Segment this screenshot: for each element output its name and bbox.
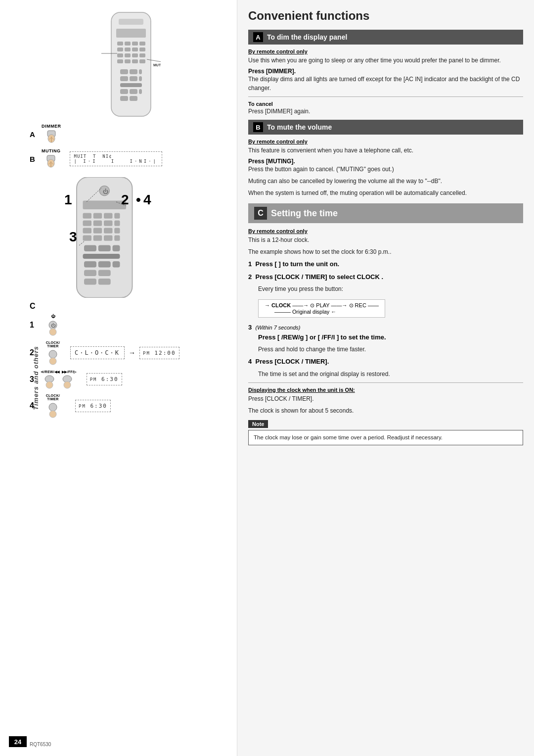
divider-a: [248, 96, 523, 97]
svg-rect-23: [120, 69, 128, 74]
section-b: B To mute the volume By remote control o…: [248, 120, 523, 197]
section-a-header: A To dim the display panel: [248, 30, 523, 45]
svg-rect-4: [125, 42, 131, 46]
model-number: RQT6530: [30, 742, 51, 747]
section-ab-area: A DIMMER B MUTING: [30, 124, 232, 169]
section-a-letter: A: [253, 32, 263, 42]
remote-top-area: DIMMER MUTING: [30, 10, 232, 119]
main-title: Convenient functions: [248, 9, 523, 23]
svg-text:MUTING: MUTING: [153, 63, 161, 67]
step1-instruction: 1 Press [ ] to turn the unit on.: [248, 259, 523, 269]
display-on-text1: Press [CLOCK / TIMER].: [248, 394, 523, 403]
svg-rect-58: [93, 228, 102, 234]
annotation-2: 2: [121, 192, 129, 208]
svg-point-83: [49, 358, 56, 365]
section-a-title: To dim the display panel: [267, 33, 347, 41]
svg-point-88: [49, 403, 57, 411]
svg-rect-69: [84, 261, 96, 268]
svg-rect-52: [114, 213, 120, 219]
step-4-row: 4 CLOCK/TIMER PM 6:30: [30, 394, 232, 418]
step-1-num: 1: [30, 321, 41, 330]
svg-rect-10: [139, 47, 145, 51]
step-3-row: 3 ⊲/REW/◀◀ ▶▶/FF/▷ PM 6:30: [30, 370, 232, 389]
muting-button-icon: MUTING: [42, 148, 61, 169]
svg-rect-68: [83, 254, 120, 259]
svg-rect-51: [104, 213, 113, 219]
step-4-icon: CLOCK/TIMER: [41, 394, 65, 418]
svg-rect-11: [117, 53, 123, 57]
annotation-1: 1: [64, 192, 72, 208]
svg-rect-32: [139, 89, 142, 94]
section-b-letter: B: [253, 122, 263, 132]
pm1200-display: PM 12:00: [139, 347, 179, 359]
right-panel: Convenient functions A To dim the displa…: [237, 0, 534, 756]
svg-rect-72: [84, 270, 96, 277]
svg-rect-62: [93, 236, 102, 241]
svg-point-87: [64, 381, 71, 388]
svg-rect-55: [104, 221, 113, 226]
svg-rect-25: [139, 69, 142, 74]
svg-text:⏻: ⏻: [103, 189, 108, 194]
step-2-hand: [44, 348, 61, 365]
hand-press-icon-b: [43, 153, 59, 169]
svg-point-89: [49, 411, 56, 418]
svg-rect-7: [117, 47, 123, 51]
section-b-row: B MUTING MUIT T NI¢ | I·I I I·NI·|: [30, 148, 232, 169]
step4-instruction: 4 Press [CLOCK / TIMER].: [248, 357, 523, 367]
section-b-intro: This feature is convenient when you have…: [248, 146, 523, 155]
svg-rect-66: [98, 245, 111, 252]
step-2-icon: CLOCK/TIMER: [41, 341, 65, 365]
pm630-display: PM 6:30: [87, 373, 122, 385]
section-a: A To dim the display panel By remote con…: [248, 30, 523, 115]
svg-rect-57: [83, 228, 92, 234]
svg-rect-2: [116, 29, 146, 38]
step2-instruction: 2 Press [CLOCK / TIMER] to select CLOCK …: [248, 272, 523, 282]
svg-rect-6: [139, 42, 145, 46]
section-b-remote-label: By remote control only: [248, 139, 523, 144]
svg-rect-59: [104, 228, 113, 234]
svg-rect-31: [130, 89, 137, 94]
note-label: Note: [248, 420, 268, 428]
to-cancel-text: Press [DIMMER] again.: [248, 108, 523, 115]
step3-instruction: 3 (Within 7 seconds) Press [ /REW/g ] or…: [248, 323, 523, 342]
left-panel: Timers and others: [0, 0, 237, 756]
svg-rect-50: [93, 213, 102, 219]
section-a-remote-label: By remote control only: [248, 48, 523, 54]
section-c: C Setting the time By remote control onl…: [248, 203, 523, 445]
svg-rect-49: [83, 213, 92, 219]
dot-separator: •: [136, 192, 141, 208]
svg-rect-29: [120, 83, 142, 87]
step-2-displays: C·L·O·C·K → PM 12:00: [70, 346, 179, 359]
svg-rect-1: [119, 19, 143, 25]
step-1-row: 1 ⏻ ⏻: [30, 315, 232, 336]
muting-display: MUIT T NI¢ | I·I I I·NI·|: [70, 151, 163, 166]
svg-rect-13: [132, 53, 138, 57]
step-3-hand-l: [42, 374, 57, 389]
section-a-press-label: Press [DIMMER].: [248, 68, 523, 75]
note-content: The clock may lose or gain some time ove…: [248, 430, 523, 445]
svg-point-85: [46, 381, 53, 388]
svg-rect-26: [120, 76, 128, 81]
section-c-title: Setting the time: [271, 208, 338, 219]
step-1-hand: ⏻: [44, 319, 61, 336]
step2-sub: Every time you press the button:: [258, 284, 523, 293]
svg-rect-27: [130, 76, 137, 81]
svg-rect-3: [117, 42, 123, 46]
section-b-detail1: Press the button again to cancel. ("MUTI…: [248, 165, 523, 174]
svg-rect-33: [120, 96, 128, 101]
step3-sub: Press and hold to change the time faster…: [258, 345, 523, 354]
svg-rect-54: [93, 221, 102, 226]
svg-rect-5: [132, 42, 138, 46]
svg-rect-18: [139, 59, 145, 63]
section-c-intro2: The example shows how to set the clock f…: [248, 247, 523, 256]
remote-illustration-top: DIMMER MUTING: [101, 10, 161, 119]
svg-rect-28: [139, 76, 142, 81]
hand-press-icon-a: [44, 129, 59, 144]
section-b-press-label: Press [MUTING].: [248, 158, 523, 165]
dimmer-button-icon: DIMMER: [42, 124, 61, 144]
svg-rect-65: [84, 245, 96, 252]
svg-rect-71: [113, 261, 120, 268]
a-letter: A: [30, 130, 39, 139]
arrow-right: →: [129, 349, 135, 357]
svg-rect-12: [125, 53, 131, 57]
